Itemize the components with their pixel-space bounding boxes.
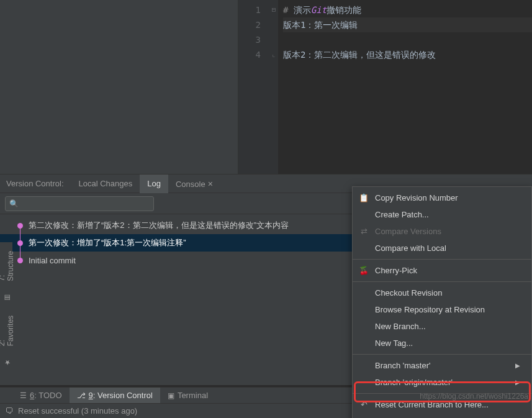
close-icon[interactable]: × xyxy=(208,179,213,189)
commit-message: Initial commit xyxy=(29,256,76,265)
structure-tab[interactable]: 7: Structure xyxy=(0,247,16,284)
menu-item[interactable]: 🍒Cherry-Pick xyxy=(353,262,531,279)
menu-label: Reset Current Branch to Here... xyxy=(375,400,489,409)
menu-label: Copy Revision Number xyxy=(375,193,458,202)
menu-label: Compare with Local xyxy=(375,243,446,253)
status-message: Reset successful (3 minutes ago) xyxy=(18,406,137,416)
commit-message: 第一次修改：增加了“版本1:第一次编辑注释” xyxy=(29,237,186,248)
commit-message: 第二次修改：新增了“版本2：第二次编辑，但是这是错误的修改”文本内容 xyxy=(29,220,289,231)
watermark: https://blog.csdn.net/woshi1226a xyxy=(420,392,528,401)
commit-dot-icon xyxy=(17,258,23,263)
search-icon: 🔍 xyxy=(9,199,19,208)
favorites-tab[interactable]: 2: Favorites xyxy=(0,312,16,348)
code-line[interactable]: 版本2：第二次编辑，但这是错误的修改 xyxy=(283,47,532,62)
search-input[interactable]: 🔍 xyxy=(5,196,154,211)
menu-item[interactable]: Create Patch... xyxy=(353,206,531,223)
menu-label: Compare Versions xyxy=(375,227,441,236)
menu-icon: 🍒 xyxy=(359,266,369,275)
menu-separator xyxy=(353,259,531,260)
vc-title: Version Control: xyxy=(6,179,64,188)
submenu-arrow-icon: ▶ xyxy=(515,379,520,386)
todo-tab[interactable]: ☰6: TODO xyxy=(12,388,70,404)
menu-label: Branch 'origin/master' xyxy=(375,378,453,387)
tab-local-changes[interactable]: Local Changes xyxy=(71,175,140,193)
menu-item[interactable]: New Tag... xyxy=(353,335,531,352)
menu-icon: ⇄ xyxy=(359,227,369,236)
left-side-tabs: 7: Structure ▤ 2: Favorites ★ xyxy=(0,242,12,366)
menu-label: Browse Repository at Revision xyxy=(375,305,485,314)
menu-item[interactable]: Checkout Revision xyxy=(353,284,531,301)
menu-item[interactable]: New Branch... xyxy=(353,318,531,335)
terminal-icon: ▣ xyxy=(168,388,174,404)
menu-label: Create Patch... xyxy=(375,210,429,219)
structure-icon: ▤ xyxy=(2,294,11,302)
menu-label: New Tag... xyxy=(375,338,413,348)
project-panel xyxy=(0,0,238,174)
menu-icon: ↶ xyxy=(359,400,369,409)
submenu-arrow-icon: ▶ xyxy=(515,362,520,369)
menu-item[interactable]: Browse Repository at Revision xyxy=(353,301,531,318)
terminal-tab[interactable]: ▣Terminal xyxy=(160,388,215,404)
code-line[interactable]: 版本1：第一次编辑 xyxy=(283,17,532,32)
context-menu: 📋Copy Revision NumberCreate Patch...⇄Com… xyxy=(352,186,532,418)
menu-separator xyxy=(353,281,531,282)
tab-console[interactable]: Console× xyxy=(168,175,220,193)
menu-icon: 📋 xyxy=(359,193,369,202)
menu-item[interactable]: Revert xyxy=(353,413,531,418)
menu-separator xyxy=(353,354,531,355)
gutter: 1234 xyxy=(238,0,269,174)
branch-icon: ⎇ xyxy=(77,388,86,404)
menu-label: Cherry-Pick xyxy=(375,266,417,275)
code-line[interactable] xyxy=(283,32,532,47)
menu-item[interactable]: 📋Copy Revision Number xyxy=(353,189,531,206)
menu-label: Checkout Revision xyxy=(375,288,442,298)
menu-item[interactable]: Branch 'master'▶ xyxy=(353,357,531,374)
menu-item[interactable]: Branch 'origin/master'▶ xyxy=(353,374,531,391)
menu-item: ⇄Compare Versions xyxy=(353,223,531,240)
menu-item[interactable]: Compare with Local xyxy=(353,240,531,257)
menu-label: Branch 'master' xyxy=(375,361,431,370)
code-lines[interactable]: # 演示Git撤销功能版本1：第一次编辑版本2：第二次编辑，但这是错误的修改 xyxy=(278,0,532,174)
version-control-tab[interactable]: ⎇9: Version Control xyxy=(70,388,160,404)
code-line[interactable]: # 演示Git撤销功能 xyxy=(283,2,532,17)
fold-column: ⊟ ⌞ xyxy=(269,0,278,174)
tab-log[interactable]: Log xyxy=(140,175,168,193)
menu-label: New Branch... xyxy=(375,322,426,331)
info-icon: 🗨 xyxy=(5,406,13,416)
star-icon: ★ xyxy=(2,358,11,366)
list-icon: ☰ xyxy=(20,388,27,404)
code-editor[interactable]: 1234 ⊟ ⌞ # 演示Git撤销功能版本1：第一次编辑版本2：第二次编辑，但… xyxy=(238,0,532,174)
